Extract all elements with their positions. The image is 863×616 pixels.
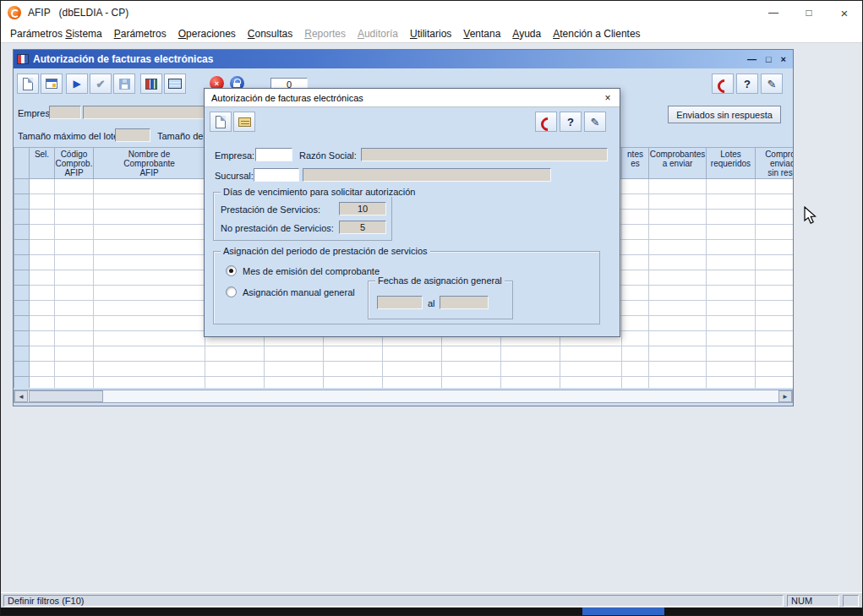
grid-cell[interactable]: [756, 315, 794, 330]
grid-cell[interactable]: [756, 194, 794, 209]
confirm-button[interactable]: ✔: [90, 74, 112, 94]
grid-cell[interactable]: [707, 315, 756, 330]
grid-row-selector[interactable]: [14, 346, 30, 361]
dialog-browse-button[interactable]: [233, 112, 255, 132]
grid-cell[interactable]: [30, 330, 55, 346]
grid-cell[interactable]: [649, 300, 707, 315]
grid-cell[interactable]: [560, 361, 622, 376]
grid-cell[interactable]: [649, 330, 707, 346]
grid-cell[interactable]: [30, 315, 55, 330]
grid-cell[interactable]: [94, 330, 205, 346]
grid-row-selector[interactable]: [14, 300, 30, 315]
grid-cell[interactable]: [265, 346, 324, 361]
grid-cell[interactable]: [649, 194, 707, 209]
grid-row-selector[interactable]: [14, 270, 30, 285]
grid-cell[interactable]: [265, 376, 324, 388]
grid-cell[interactable]: [622, 330, 649, 346]
grid-cell[interactable]: [442, 361, 501, 376]
grid-cell[interactable]: [622, 285, 649, 300]
new-record-button[interactable]: [17, 74, 39, 94]
dialog-filter-button[interactable]: ✎: [584, 112, 606, 132]
grid-cell[interactable]: [649, 239, 707, 254]
tamano-lote-field[interactable]: [115, 128, 150, 142]
grid-cell[interactable]: [622, 315, 649, 330]
grid-cell[interactable]: [649, 361, 707, 376]
grid-cell[interactable]: [622, 254, 649, 270]
child-maximize-icon[interactable]: □: [766, 54, 772, 64]
menu-item-consultas[interactable]: Consultas: [242, 25, 298, 42]
grid-cell[interactable]: [383, 376, 442, 388]
grid-cell[interactable]: [756, 224, 794, 239]
menu-item-parametros[interactable]: Parámetros: [108, 25, 172, 42]
grid-cell[interactable]: [707, 300, 756, 315]
fecha-desde-field[interactable]: [377, 296, 423, 309]
grid-row-selector[interactable]: [14, 285, 30, 300]
grid-cell[interactable]: [94, 315, 205, 330]
grid-cell[interactable]: [756, 361, 794, 376]
grid-cell[interactable]: [622, 300, 649, 315]
grid-cell[interactable]: [622, 178, 649, 194]
no-prestacion-field[interactable]: 5: [339, 221, 386, 234]
grid-cell[interactable]: [30, 239, 55, 254]
grid-cell[interactable]: [94, 239, 205, 254]
grid-cell[interactable]: [30, 376, 55, 388]
grid-cell[interactable]: [55, 346, 94, 361]
grid-cell[interactable]: [30, 346, 55, 361]
view-results-button[interactable]: [164, 74, 186, 94]
grid-row[interactable]: [14, 361, 794, 376]
grid-cell[interactable]: [205, 346, 265, 361]
grid-cell[interactable]: [756, 178, 794, 194]
grid-cell[interactable]: [55, 239, 94, 254]
grid-cell[interactable]: [707, 194, 756, 209]
grid-cell[interactable]: [622, 239, 649, 254]
grid-cell[interactable]: [501, 361, 560, 376]
fecha-hasta-field[interactable]: [440, 296, 489, 309]
grid-cell[interactable]: [707, 254, 756, 270]
grid-cell[interactable]: [55, 224, 94, 239]
grid-cell[interactable]: [94, 270, 205, 285]
grid-cell[interactable]: [205, 376, 265, 388]
menu-item-auditoria[interactable]: Auditoría: [352, 25, 404, 42]
grid-cell[interactable]: [622, 361, 649, 376]
grid-cell[interactable]: [30, 361, 55, 376]
grid-cell[interactable]: [324, 361, 383, 376]
grid-cell[interactable]: [756, 330, 794, 346]
grid-row-selector[interactable]: [14, 194, 30, 209]
grid-cell[interactable]: [30, 178, 55, 194]
grid-cell[interactable]: [55, 330, 94, 346]
grid-cell[interactable]: [707, 209, 756, 224]
grid-cell[interactable]: [55, 254, 94, 270]
grid-cell[interactable]: [94, 300, 205, 315]
radio-asignacion-manual-label[interactable]: Asignación manual general: [243, 287, 355, 297]
dialog-help-button[interactable]: ?: [560, 112, 582, 132]
radio-asignacion-manual[interactable]: [226, 286, 237, 297]
grid-cell[interactable]: [30, 254, 55, 270]
grid-cell[interactable]: [560, 376, 622, 388]
grid-row-selector[interactable]: [14, 224, 30, 239]
scrollbar-thumb[interactable]: [29, 390, 103, 402]
grid-cell[interactable]: [622, 376, 649, 388]
grid-cell[interactable]: [707, 239, 756, 254]
menu-item-reportes[interactable]: Reportes: [298, 25, 352, 42]
grid-cell[interactable]: [265, 361, 324, 376]
grid-cell[interactable]: [55, 376, 94, 388]
grid-cell[interactable]: [649, 254, 707, 270]
grid-row-selector[interactable]: [14, 361, 30, 376]
radio-mes-emision[interactable]: [226, 265, 237, 276]
dialog-empresa-field[interactable]: [255, 148, 292, 161]
grid-cell[interactable]: [756, 285, 794, 300]
execute-button[interactable]: ▶: [66, 74, 88, 94]
maximize-icon[interactable]: □: [791, 1, 827, 25]
minimize-icon[interactable]: —: [756, 1, 791, 25]
grid-cell[interactable]: [756, 254, 794, 270]
grid-cell[interactable]: [205, 361, 265, 376]
grid-cell[interactable]: [30, 300, 55, 315]
grid-cell[interactable]: [501, 376, 560, 388]
grid-cell[interactable]: [442, 346, 501, 361]
grid-cell[interactable]: [649, 315, 707, 330]
grid-cell[interactable]: [94, 346, 205, 361]
child-close-icon[interactable]: ×: [781, 54, 786, 64]
grid-cell[interactable]: [55, 209, 94, 224]
grid-cell[interactable]: [55, 194, 94, 209]
grid-cell[interactable]: [55, 300, 94, 315]
